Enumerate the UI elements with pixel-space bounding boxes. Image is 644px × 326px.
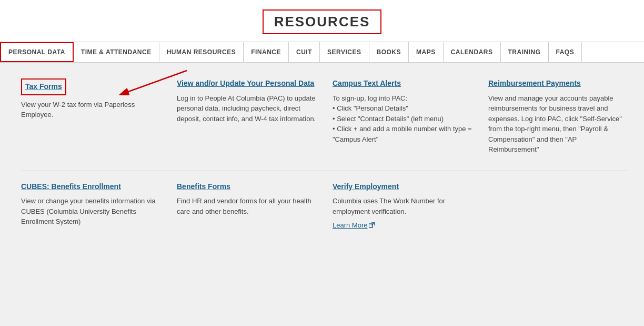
cards-grid-row2: CUBES: Benefits EnrollmentView or change…: [21, 182, 628, 230]
nav-item-time-attendance[interactable]: TIME & ATTENDANCE: [74, 42, 159, 62]
card-title-verify-employment[interactable]: Verify Employment: [333, 182, 472, 192]
cards-row1: Tax FormsView your W-2 tax form via Pape…: [21, 78, 628, 155]
card-title-campus-text-alerts[interactable]: Campus Text Alerts: [333, 78, 472, 89]
page-header: RESOURCES: [0, 0, 644, 42]
card-title-reimbursement-payments[interactable]: Reimbursement Payments: [488, 78, 628, 89]
card-title-view-update-personal-data[interactable]: View and/or Update Your Personal Data: [177, 78, 317, 89]
page-title: RESOURCES: [263, 9, 382, 34]
card-view-update-personal-data: View and/or Update Your Personal DataLog…: [177, 78, 317, 155]
nav-item-calendars[interactable]: CALENDARS: [444, 42, 501, 62]
cards-row2: CUBES: Benefits EnrollmentView or change…: [21, 182, 628, 230]
nav-item-books[interactable]: BOOKS: [369, 42, 409, 62]
nav-item-cuit[interactable]: CUIT: [289, 42, 320, 62]
main-nav: PERSONAL DATATIME & ATTENDANCEHUMAN RESO…: [0, 42, 644, 63]
card-title-benefits-forms[interactable]: Benefits Forms: [177, 182, 317, 192]
cards-grid-row1: Tax FormsView your W-2 tax form via Pape…: [21, 78, 628, 155]
external-link-icon: [369, 222, 375, 229]
card-title-tax-forms[interactable]: Tax Forms: [21, 78, 66, 95]
card-empty: [488, 182, 628, 230]
card-body-reimbursement-payments: View and manage your accounts payable re…: [488, 93, 628, 155]
nav-item-finance[interactable]: FINANCE: [244, 42, 289, 62]
card-benefits-forms: Benefits FormsFind HR and vendor forms f…: [177, 182, 317, 230]
learn-more-link[interactable]: Learn More: [333, 221, 367, 229]
nav-item-human-resources[interactable]: HUMAN RESOURCES: [159, 42, 244, 62]
card-body-benefits-forms: Find HR and vendor forms for all your he…: [177, 196, 317, 216]
card-campus-text-alerts: Campus Text AlertsTo sign-up, log into P…: [333, 78, 472, 155]
nav-item-maps[interactable]: MAPS: [409, 42, 444, 62]
card-reimbursement-payments: Reimbursement PaymentsView and manage yo…: [488, 78, 628, 155]
learn-more-container: Learn More: [333, 221, 472, 229]
card-body-cubes-benefits-enrollment: View or change your benefits information…: [21, 196, 161, 227]
nav-item-training[interactable]: TRAINING: [501, 42, 549, 62]
section-divider: [21, 171, 628, 171]
card-body-view-update-personal-data: Log in to People At Columbia (PAC) to up…: [177, 93, 317, 124]
card-body-campus-text-alerts: To sign-up, log into PAC: • Click "Perso…: [333, 93, 472, 145]
main-content: Tax FormsView your W-2 tax form via Pape…: [0, 63, 644, 261]
card-title-cubes-benefits-enrollment[interactable]: CUBES: Benefits Enrollment: [21, 182, 161, 192]
card-verify-employment: Verify EmploymentColumbia uses The Work …: [333, 182, 472, 230]
card-tax-forms: Tax FormsView your W-2 tax form via Pape…: [21, 78, 161, 155]
card-body-verify-employment: Columbia uses The Work Number for employ…: [333, 196, 472, 216]
card-cubes-benefits-enrollment: CUBES: Benefits EnrollmentView or change…: [21, 182, 161, 230]
card-body-tax-forms: View your W-2 tax form via Paperless Emp…: [21, 100, 161, 120]
nav-item-personal-data[interactable]: PERSONAL DATA: [0, 42, 74, 62]
nav-item-faqs[interactable]: FAQS: [549, 42, 582, 62]
nav-item-services[interactable]: SERVICES: [320, 42, 369, 62]
